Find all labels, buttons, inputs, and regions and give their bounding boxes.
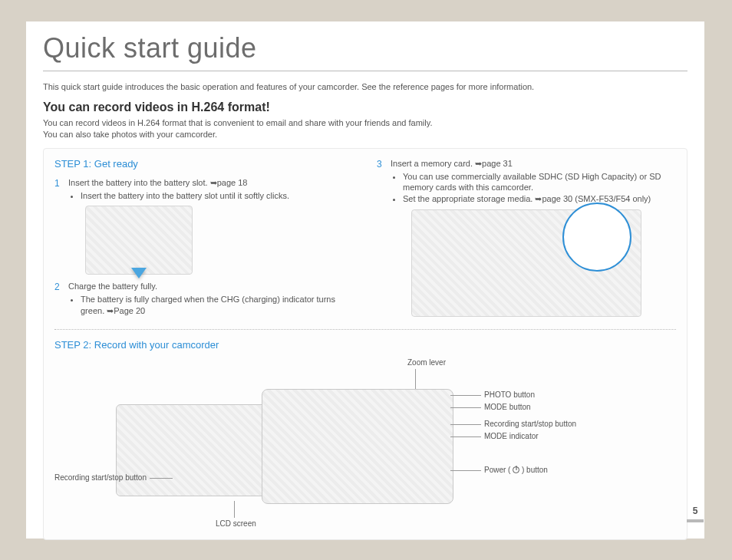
step1-item-3: 3 Insert a memory card. ➥page 31 You can…	[377, 158, 676, 205]
battery-insert-illustration	[85, 206, 193, 275]
intro-text: This quick start guide introduces the ba…	[43, 82, 687, 91]
label-photo-button: PHOTO button	[484, 390, 535, 399]
page-ref: ➥page 18	[210, 178, 248, 187]
page-number: 5	[687, 506, 704, 516]
memory-card-illustration	[411, 209, 641, 317]
label-lcd-screen: LCD screen	[216, 519, 256, 528]
camcorder-diagram: Zoom lever PHOTO button MODE button Reco…	[54, 358, 676, 535]
step1-item-2-bullet: The battery is fully charged when the CH…	[81, 294, 354, 317]
step1-item-1-bullet: Insert the battery into the battery slot…	[81, 190, 354, 202]
section-heading: You can record videos in H.264 format!	[43, 100, 687, 114]
label-power-button: Power ( ) button	[484, 466, 548, 474]
page-number-marker	[687, 519, 704, 522]
camcorder-lcd-illustration	[116, 404, 269, 496]
step1-title: STEP 1: Get ready	[54, 158, 354, 170]
step1-item-1: 1 Insert the battery into the battery sl…	[54, 177, 354, 202]
label-recording-button-right: Recording start/stop button	[484, 420, 576, 428]
step1-columns: STEP 1: Get ready 1 Insert the battery i…	[54, 158, 676, 321]
camcorder-body-illustration	[262, 389, 453, 504]
content-box: STEP 1: Get ready 1 Insert the battery i…	[43, 148, 687, 540]
page-ref: ➥page 31	[475, 159, 513, 168]
label-zoom-lever: Zoom lever	[407, 358, 446, 367]
step1-item-2: 2 Charge the battery fully. The battery …	[54, 281, 354, 317]
label-mode-indicator: MODE indicator	[484, 432, 539, 440]
page-title: Quick start guide	[43, 32, 687, 71]
step1-col-right: 3 Insert a memory card. ➥page 31 You can…	[377, 158, 676, 321]
memory-card-detail-circle	[562, 203, 631, 272]
section-desc-1: You can record videos in H.264 format th…	[43, 117, 687, 129]
power-icon	[513, 466, 519, 473]
step2-title: STEP 2: Record with your camcorder	[54, 339, 676, 351]
section-divider	[54, 329, 676, 330]
page-number-region: 5	[687, 506, 704, 522]
step1-item-3-bullet-1: You can use commercially available SDHC …	[403, 171, 676, 194]
manual-page: Quick start guide This quick start guide…	[26, 21, 704, 539]
step1-item-3-bullet-2: Set the appropriate storage media. ➥page…	[403, 193, 676, 205]
step1-col-left: STEP 1: Get ready 1 Insert the battery i…	[54, 158, 354, 321]
label-recording-button-left: Recording start/stop button	[47, 473, 147, 482]
label-mode-button: MODE button	[484, 403, 531, 411]
section-desc-2: You can also take photos with your camco…	[43, 129, 687, 140]
